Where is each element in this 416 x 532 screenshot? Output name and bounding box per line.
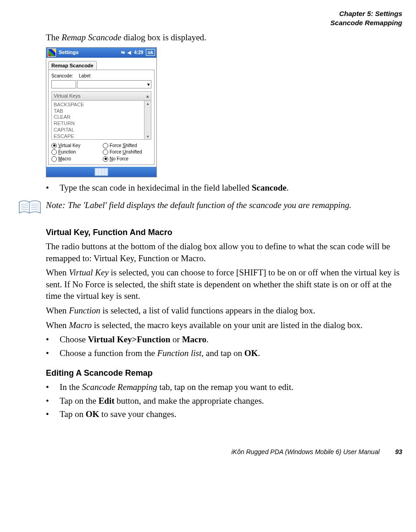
page-number: 93	[395, 448, 402, 455]
list-item: RETURN	[54, 121, 142, 127]
scroll-up-icon: ▴	[147, 101, 149, 106]
note-block: Note:The 'Label' field displays the defa…	[18, 199, 402, 219]
dropdown-arrow-icon: ▾	[147, 81, 150, 88]
bullet-tap-ok: • Tap on OK to save your changes.	[46, 408, 402, 420]
list-item: TAB	[54, 108, 142, 115]
para-function: When Function is selected, a list of val…	[46, 305, 402, 317]
radio-force-shifted: Force Shifted	[103, 143, 151, 149]
note-book-icon	[18, 199, 41, 219]
scancode-input	[51, 80, 76, 88]
label-label: Label:	[79, 73, 91, 79]
keyboard-icon	[94, 168, 108, 176]
page-footer: iKôn Rugged PDA (Windows Mobile 6) User …	[14, 448, 402, 456]
intro-para: The Remap Scancode dialog box is display…	[46, 32, 402, 44]
bullet-type-scancode: • Type the scan code in hexidecimal in t…	[46, 182, 402, 194]
note-text: The 'Label' field displays the default f…	[68, 200, 351, 210]
connectivity-icon: ⇆	[121, 49, 125, 56]
wm-title-text: Settings	[59, 49, 118, 56]
wm-bottombar	[46, 167, 156, 177]
footer-text: iKôn Rugged PDA (Windows Mobile 6) User …	[231, 448, 379, 455]
radio-function: Function	[51, 149, 100, 155]
bullet-choose-function: • Choose a function from the Function li…	[46, 347, 402, 359]
wm-titlebar: Settings ⇆ ◀ 4:29 ok	[46, 48, 156, 58]
subhead-vkey-func-macro: Virtual Key, Function And Macro	[46, 227, 402, 238]
list-header: Virtual Keys ▴	[51, 91, 151, 101]
header-section: Scancode Remapping	[14, 18, 402, 27]
radio-macro: Macro	[51, 156, 100, 162]
list-item: CAPITAL	[54, 127, 142, 133]
wm-ok-button: ok	[146, 49, 155, 56]
scroll-down-icon: ▾	[147, 134, 149, 139]
para-virtual-key: When Virtual Key is selected, you can ch…	[46, 267, 402, 302]
scancode-label: Scancode:	[51, 73, 79, 79]
para-macro: When Macro is selected, the macro keys a…	[46, 319, 402, 331]
radio-force-unshifted: Force Unshifted	[103, 149, 151, 155]
virtual-keys-list: BACKSPACE TAB CLEAR RETURN CAPITAL ESCAP…	[52, 101, 144, 139]
label-dropdown: ▾	[77, 80, 151, 88]
dialog-caption: Remap Scancode	[48, 61, 97, 71]
list-item: BACKSPACE	[54, 102, 142, 108]
page-header: Chapter 5: Settings Scancode Remapping	[14, 9, 402, 27]
list-header-arrow-icon: ▴	[146, 93, 149, 99]
list-item: ESCAPE	[54, 133, 142, 140]
remap-scancode-screenshot: Settings ⇆ ◀ 4:29 ok Remap Scancode Scan…	[46, 47, 157, 178]
para-radio-explain: The radio buttons at the bottom of the d…	[46, 241, 402, 264]
wm-time: 4:29	[134, 49, 143, 56]
bullet-tap-remap: • In the Scancode Remapping tab, tap on …	[46, 381, 402, 393]
radio-no-force: No Force	[103, 156, 151, 162]
bullet-choose-type: • Choose Virtual Key>Function or Macro.	[46, 334, 402, 346]
list-item: CLEAR	[54, 114, 142, 121]
radio-virtual-key: Virtual Key	[51, 143, 100, 149]
subhead-editing: Editing A Scancode Remap	[46, 367, 402, 378]
windows-flag-icon	[48, 49, 56, 57]
list-scrollbar: ▴ ▾	[144, 101, 151, 139]
note-label: Note:	[46, 199, 68, 211]
volume-icon: ◀	[128, 49, 131, 56]
bullet-tap-edit: • Tap on the Edit button, and make the a…	[46, 395, 402, 407]
header-chapter: Chapter 5: Settings	[14, 9, 402, 18]
